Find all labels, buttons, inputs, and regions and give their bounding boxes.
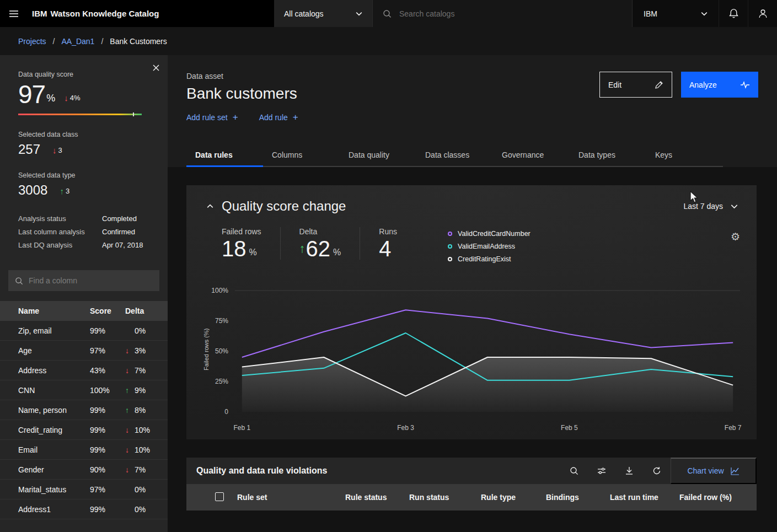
violations-section: Quality and data rule violations	[186, 458, 757, 510]
down-arrow-icon: ↓	[125, 366, 132, 375]
time-range-dropdown[interactable]: Last 7 days	[683, 202, 740, 211]
brand-title: IBM Watson Knowledge Catalog	[28, 0, 274, 27]
delta-value: 7%	[135, 465, 146, 474]
down-arrow-icon: ↓	[52, 146, 57, 155]
x-tick-label: Feb 7	[725, 424, 742, 432]
violations-header-failed-row: Failed row (%)	[679, 493, 757, 502]
select-all-checkbox[interactable]	[215, 492, 224, 501]
legend-dot-icon	[448, 257, 452, 261]
download-button[interactable]	[615, 458, 643, 484]
analyze-pulse-icon	[740, 80, 750, 89]
analyze-button-label: Analyze	[689, 80, 717, 89]
column-delta: ↑8%	[125, 406, 162, 415]
card-title: Quality score change	[222, 198, 346, 214]
tab-data-classes[interactable]: Data classes	[416, 145, 493, 167]
stat-unit: %	[249, 248, 257, 260]
column-row-gender[interactable]: Gender90%↓7%	[0, 460, 168, 480]
column-name: Address1	[18, 505, 90, 514]
breadcrumb-projects[interactable]: Projects	[18, 37, 46, 46]
table-search-button[interactable]	[560, 458, 588, 484]
y-axis-title: Failed rows (%)	[203, 281, 210, 418]
columns-table-body: Zip, email99%0%Age97%↓3%Address43%↓7%CNN…	[0, 321, 168, 519]
refresh-button[interactable]	[643, 458, 671, 484]
add-rule-set-link[interactable]: Add rule set +	[186, 112, 238, 122]
chart-view-button[interactable]: Chart view	[671, 458, 757, 484]
column-name: CNN	[18, 386, 90, 395]
column-score: 99%	[90, 406, 125, 415]
stat-number: 4	[379, 238, 391, 260]
legend-label: CreditRatingExist	[458, 255, 511, 263]
tab-data-rules[interactable]: Data rules	[186, 145, 263, 167]
data-type-delta: ↑ 3	[60, 186, 69, 197]
column-delta: ↓3%	[125, 346, 162, 355]
column-score: 99%	[90, 505, 125, 514]
delta-value: 3%	[135, 346, 146, 355]
column-row-marital-status[interactable]: Marital_status97%0%	[0, 480, 168, 499]
column-row-zip-email[interactable]: Zip, email99%0%	[0, 321, 168, 341]
legend-label: ValidEmailAddress	[458, 243, 515, 250]
column-row-address[interactable]: Address43%↓7%	[0, 361, 168, 380]
column-delta: ↓7%	[125, 465, 162, 474]
tab-data-quality[interactable]: Data quality	[340, 145, 416, 167]
status-value: Apr 07, 2018	[102, 241, 143, 249]
column-score: 99%	[90, 445, 125, 454]
chevron-down-icon	[731, 203, 738, 210]
column-row-email[interactable]: Email99%↓10%	[0, 440, 168, 460]
app-window: IBM Watson Knowledge Catalog All catalog…	[0, 0, 777, 532]
close-icon	[152, 64, 160, 72]
delta-value: 0%	[135, 505, 146, 514]
asset-tabs: Data rulesColumnsData qualityData classe…	[186, 145, 758, 167]
notifications-button[interactable]	[719, 0, 748, 27]
violations-title: Quality and data rule violations	[186, 466, 560, 476]
breadcrumb-separator: /	[53, 37, 55, 46]
hamburger-menu-button[interactable]	[0, 0, 28, 27]
breadcrumb-project[interactable]: AA_Dan1	[61, 37, 94, 46]
profile-button[interactable]	[748, 0, 777, 27]
collapse-card-button[interactable]	[203, 199, 217, 213]
edit-button[interactable]: Edit	[599, 72, 672, 98]
asset-title-block: Data asset Bank customers Add rule set +…	[186, 72, 298, 122]
chart-legend: ValidCreditCardNumberValidEmailAddressCr…	[448, 227, 530, 263]
column-row-age[interactable]: Age97%↓3%	[0, 341, 168, 361]
y-tick-label: 25%	[215, 378, 228, 385]
tab-data-types[interactable]: Data types	[570, 145, 646, 167]
analyze-button[interactable]: Analyze	[681, 72, 758, 98]
column-score: 99%	[90, 326, 125, 335]
column-row-credit-rating[interactable]: Credit_rating99%↓10%	[0, 420, 168, 440]
legend-dot-icon	[448, 244, 452, 249]
search-icon	[383, 9, 392, 18]
hamburger-icon	[9, 9, 19, 19]
search-icon	[15, 277, 23, 285]
column-delta: 0%	[125, 326, 162, 335]
catalog-search-input[interactable]	[399, 9, 622, 18]
breadcrumb: Projects / AA_Dan1 / Bank Customers	[0, 27, 777, 55]
violations-header-rule-set: Rule set	[237, 493, 345, 502]
tab-governance[interactable]: Governance	[493, 145, 570, 167]
column-row-address1[interactable]: Address199%0%	[0, 499, 168, 519]
tab-columns[interactable]: Columns	[263, 145, 340, 167]
analysis-status-list: Analysis statusCompletedLast column anal…	[0, 214, 168, 249]
close-sidebar-button[interactable]	[152, 64, 160, 73]
column-row-name-person[interactable]: Name, person99%↑8%	[0, 400, 168, 420]
status-row: Last DQ analysisApr 07, 2018	[18, 241, 149, 249]
up-arrow-icon: ↑	[299, 241, 306, 260]
delta-value: 9%	[135, 386, 146, 395]
column-search-input[interactable]	[29, 276, 153, 285]
bell-icon	[728, 8, 739, 19]
catalog-dropdown[interactable]: All catalogs	[274, 0, 372, 27]
card-settings-button[interactable]: ⚙	[731, 227, 740, 243]
up-arrow-icon: ↑	[125, 406, 132, 415]
column-delta: ↑9%	[125, 386, 162, 395]
account-dropdown-label: IBM	[644, 9, 657, 18]
quality-score-unit: %	[46, 93, 55, 106]
account-dropdown[interactable]: IBM	[632, 0, 719, 27]
column-name: Address	[18, 366, 90, 375]
data-class-label: Selected data class	[18, 131, 149, 138]
filter-button[interactable]	[588, 458, 615, 484]
tab-keys[interactable]: Keys	[646, 145, 723, 167]
add-rule-link[interactable]: Add rule +	[259, 112, 298, 122]
quality-score-line-chart	[235, 281, 740, 418]
select-all-cell	[186, 492, 237, 503]
column-row-cnn[interactable]: CNN100%↑9%	[0, 380, 168, 400]
columns-table: NameScoreDelta Zip, email99%0%Age97%↓3%A…	[0, 301, 168, 519]
